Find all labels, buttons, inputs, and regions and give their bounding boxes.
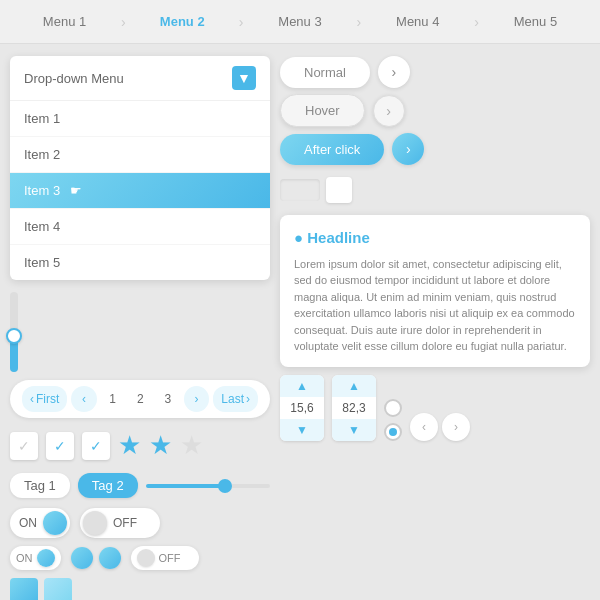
tag-1[interactable]: Tag 1 <box>10 473 70 498</box>
cursor-icon: ☛ <box>70 183 82 198</box>
toggle-off-label: OFF <box>107 514 143 532</box>
headline-dot: ● <box>294 229 307 246</box>
nav-arrows-row: ‹ › <box>410 413 470 441</box>
toggle-off[interactable]: OFF <box>80 508 160 538</box>
vertical-slider-track[interactable] <box>10 292 18 372</box>
vertical-slider-thumb[interactable] <box>6 328 22 344</box>
dropdown-item-5[interactable]: Item 5 <box>10 245 270 280</box>
buttons-section: Normal › Hover › After click › <box>280 56 590 165</box>
dropdown-item-2[interactable]: Item 2 <box>10 137 270 173</box>
circle-dot-2[interactable] <box>99 547 121 569</box>
vertical-slider-area <box>10 292 270 372</box>
right-panel: Normal › Hover › After click › ● Headlin… <box>280 56 590 588</box>
nav-item-menu5[interactable]: Menu 5 <box>479 14 592 29</box>
stepper-2: ▲ 82,3 ▼ <box>332 375 376 441</box>
stepper-2-down[interactable]: ▼ <box>332 419 376 441</box>
checkboxes-row: ✓ ✓ ✓ ★ ★ ★ <box>10 430 270 461</box>
nav-item-menu1[interactable]: Menu 1 <box>8 14 121 29</box>
tooltip-card: ● Headline Lorem ipsum dolor sit amet, c… <box>280 215 590 367</box>
color-squares <box>10 578 270 600</box>
nav-item-menu3[interactable]: Menu 3 <box>243 14 356 29</box>
dropdown-toggle-icon[interactable]: ▼ <box>232 66 256 90</box>
nav-item-menu4[interactable]: Menu 4 <box>361 14 474 29</box>
color-sq-1[interactable] <box>10 578 38 600</box>
top-nav: Menu 1 › Menu 2 › Menu 3 › Menu 4 › Menu… <box>0 0 600 44</box>
nav-left-btn[interactable]: ‹ <box>410 413 438 441</box>
radio-1[interactable] <box>384 399 402 417</box>
radio-group <box>384 399 402 441</box>
btn-row-afterclick: After click › <box>280 133 424 165</box>
toggle-on-label: ON <box>13 514 43 532</box>
toggle-on-knob <box>43 511 67 535</box>
dropdown-label: Drop-down Menu <box>24 71 124 86</box>
toggle-small-on-knob <box>37 549 55 567</box>
nav-arrows-pair: ‹ › <box>410 413 470 441</box>
dropdown-header[interactable]: Drop-down Menu ▼ <box>10 56 270 101</box>
checkbox-3[interactable]: ✓ <box>82 432 110 460</box>
tag-2[interactable]: Tag 2 <box>78 473 138 498</box>
page-num-3[interactable]: 3 <box>156 387 180 411</box>
stepper-1-down[interactable]: ▼ <box>280 419 324 441</box>
bottom-row: ▲ 15,6 ▼ ▲ 82,3 ▼ ‹ › <box>280 375 590 441</box>
page-first-btn[interactable]: ‹ First <box>22 386 67 412</box>
toggle-small-off-knob <box>137 549 155 567</box>
star-3[interactable]: ★ <box>180 430 203 461</box>
toggle-small-off[interactable]: OFF <box>131 546 199 570</box>
radio-2[interactable] <box>384 423 402 441</box>
main-content: Drop-down Menu ▼ Item 1 Item 2 Item 3 ☛ … <box>0 44 600 600</box>
afterclick-button[interactable]: After click <box>280 134 384 165</box>
toggle-small-on[interactable]: ON <box>10 546 61 570</box>
tooltip-text: Lorem ipsum dolor sit amet, consectetur … <box>294 256 576 355</box>
arrow-normal[interactable]: › <box>378 56 410 88</box>
radio-2-inner <box>389 428 397 436</box>
tag-slider[interactable] <box>146 484 270 488</box>
tooltip-headline: ● Headline <box>294 227 576 250</box>
toggle-small-off-label: OFF <box>159 552 181 564</box>
nav-item-menu2[interactable]: Menu 2 <box>126 14 239 29</box>
star-2[interactable]: ★ <box>149 430 172 461</box>
circle-dot-1[interactable] <box>71 547 93 569</box>
page-next-btn[interactable]: › <box>184 386 210 412</box>
stepper-1-up[interactable]: ▲ <box>280 375 324 397</box>
vertical-slider-fill <box>10 340 18 372</box>
dropdown-item-4[interactable]: Item 4 <box>10 209 270 245</box>
left-panel: Drop-down Menu ▼ Item 1 Item 2 Item 3 ☛ … <box>10 56 270 588</box>
dropdown-item-3[interactable]: Item 3 ☛ <box>10 173 270 209</box>
small-toggle-area <box>280 177 590 203</box>
color-sq-2[interactable] <box>44 578 72 600</box>
nav-right-btn[interactable]: › <box>442 413 470 441</box>
hover-button[interactable]: Hover <box>280 94 365 127</box>
normal-button[interactable]: Normal <box>280 57 370 88</box>
checkbox-2[interactable]: ✓ <box>46 432 74 460</box>
toggles-row-2: ON OFF <box>10 546 270 570</box>
page-prev-btn[interactable]: ‹ <box>71 386 97 412</box>
small-box-btn[interactable] <box>326 177 352 203</box>
toggle-small-on-label: ON <box>16 552 33 564</box>
page-last-btn[interactable]: Last › <box>213 386 258 412</box>
tag-slider-thumb[interactable] <box>218 479 232 493</box>
stepper-1: ▲ 15,6 ▼ <box>280 375 324 441</box>
toggle-on[interactable]: ON <box>10 508 70 538</box>
toggle-off-knob <box>83 511 107 535</box>
toggles-row-1: ON OFF <box>10 508 270 538</box>
page-num-2[interactable]: 2 <box>129 387 153 411</box>
checkbox-1[interactable]: ✓ <box>10 432 38 460</box>
dropdown-container: Drop-down Menu ▼ Item 1 Item 2 Item 3 ☛ … <box>10 56 270 280</box>
star-1[interactable]: ★ <box>118 430 141 461</box>
page-num-1[interactable]: 1 <box>101 387 125 411</box>
pagination: ‹ First ‹ 1 2 3 › Last › <box>10 380 270 418</box>
tags-row: Tag 1 Tag 2 <box>10 473 270 498</box>
btn-row-hover: Hover › <box>280 94 405 127</box>
circle-dots-row <box>71 547 121 569</box>
stepper-2-value: 82,3 <box>332 397 376 419</box>
dropdown-item-1[interactable]: Item 1 <box>10 101 270 137</box>
arrow-hover[interactable]: › <box>373 95 405 127</box>
small-toggle-block[interactable] <box>280 179 320 201</box>
stepper-1-value: 15,6 <box>280 397 324 419</box>
stepper-2-up[interactable]: ▲ <box>332 375 376 397</box>
arrow-active[interactable]: › <box>392 133 424 165</box>
btn-row-normal: Normal › <box>280 56 410 88</box>
